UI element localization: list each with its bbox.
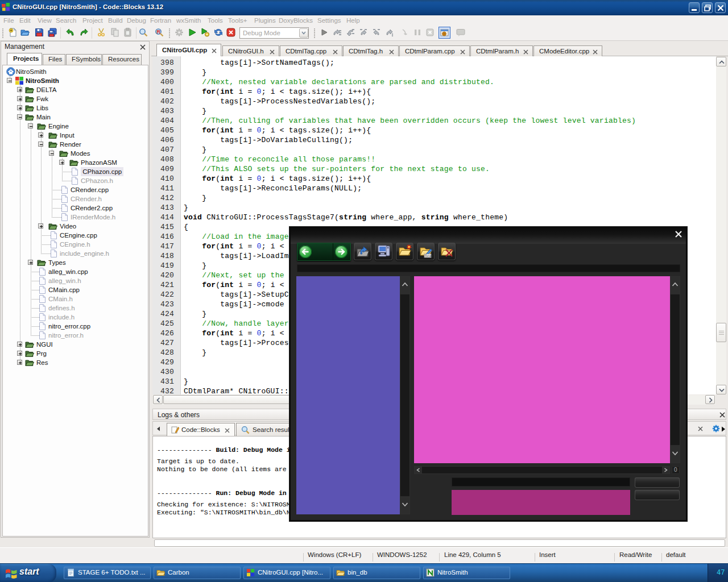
svg-text:R: R xyxy=(157,29,161,35)
svg-text:Rename: Rename xyxy=(425,255,433,257)
